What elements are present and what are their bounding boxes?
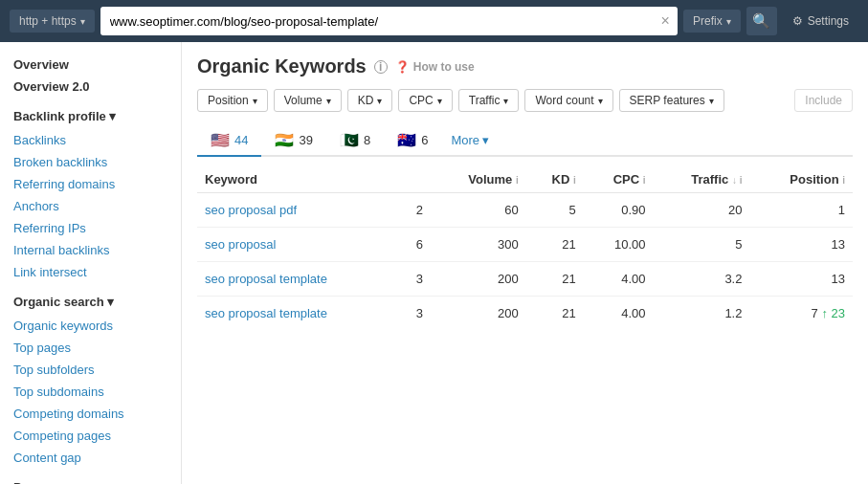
traffic-cell: 20 <box>654 193 750 228</box>
kd-cell: 5 <box>526 193 584 228</box>
organic-section-header[interactable]: Organic search ▾ <box>0 289 181 315</box>
sidebar-item-competing-pages[interactable]: Competing pages <box>0 425 181 447</box>
more-chevron-icon: ▾ <box>482 133 489 147</box>
url-input[interactable] <box>100 7 678 35</box>
wordcount-chevron-icon: ▾ <box>598 96 603 106</box>
filter-volume[interactable]: Volume ▾ <box>274 89 342 112</box>
filter-traffic[interactable]: Traffic ▾ <box>458 89 520 112</box>
sidebar-item-anchors[interactable]: Anchors <box>0 195 181 217</box>
cpc-cell: 10.00 <box>584 228 654 262</box>
backlink-section-header[interactable]: Backlink profile ▾ <box>0 103 181 129</box>
filter-word-count[interactable]: Word count ▾ <box>524 89 612 112</box>
flag-tab-pk[interactable]: 🇵🇰 8 <box>326 125 384 157</box>
sidebar: Overview Overview 2.0 Backlink profile ▾… <box>0 42 182 484</box>
settings-gear-icon: ⚙ <box>792 14 803 28</box>
num-cell: 3 <box>398 262 431 297</box>
num-cell: 2 <box>398 193 431 228</box>
keyword-cell[interactable]: seo proposal pdf <box>197 193 398 228</box>
keyword-cell[interactable]: seo proposal template <box>197 297 398 331</box>
col-num <box>398 166 431 193</box>
col-traffic: Traffic ↓ i <box>654 166 750 193</box>
flag-tab-us[interactable]: 🇺🇸 44 <box>197 125 261 157</box>
us-count: 44 <box>234 133 248 147</box>
main-layout: Overview Overview 2.0 Backlink profile ▾… <box>0 42 868 484</box>
sidebar-item-top-pages[interactable]: Top pages <box>0 337 181 359</box>
cpc-cell: 4.00 <box>584 262 654 297</box>
sidebar-item-competing-domains[interactable]: Competing domains <box>0 403 181 425</box>
filter-serp-features[interactable]: SERP features ▾ <box>619 89 724 112</box>
col-volume: Volume i <box>431 166 526 193</box>
sidebar-item-referring-ips[interactable]: Referring IPs <box>0 217 181 239</box>
cpc-cell: 0.90 <box>584 193 654 228</box>
keywords-table: Keyword Volume i KD i CPC i Traffic ↓ i … <box>197 166 853 330</box>
col-cpc: CPC i <box>584 166 654 193</box>
col-keyword: Keyword <box>197 166 398 193</box>
top-bar: http + https × Prefix 🔍 ⚙ Settings <box>0 0 868 42</box>
position-cell: 7 ↑ 23 <box>749 297 853 331</box>
question-icon: ❓ <box>395 60 410 74</box>
filter-kd[interactable]: KD ▾ <box>347 89 393 112</box>
traffic-chevron-icon: ▾ <box>503 96 508 106</box>
prefix-chevron-icon <box>726 14 731 28</box>
filter-cpc[interactable]: CPC ▾ <box>398 89 452 112</box>
sidebar-item-referring-domains[interactable]: Referring domains <box>0 173 181 195</box>
au-count: 6 <box>421 133 428 147</box>
au-flag-icon: 🇦🇺 <box>397 131 416 149</box>
position-cell: 13 <box>749 228 853 262</box>
pk-flag-icon: 🇵🇰 <box>340 131 359 149</box>
flag-tab-in[interactable]: 🇮🇳 39 <box>261 125 325 157</box>
url-wrapper: × <box>100 7 678 35</box>
protocol-label: http + https <box>19 14 77 28</box>
us-flag-icon: 🇺🇸 <box>211 131 230 149</box>
pages-section-header[interactable]: Pages ▾ <box>0 474 181 484</box>
sidebar-item-overview[interactable]: Overview <box>0 54 181 76</box>
table-row: seo proposal template 3 200 21 4.00 1.2 … <box>197 297 853 331</box>
flag-tab-au[interactable]: 🇦🇺 6 <box>384 125 441 157</box>
cpc-cell: 4.00 <box>584 297 654 331</box>
keyword-cell[interactable]: seo proposal template <box>197 262 398 297</box>
volume-cell: 300 <box>431 228 526 262</box>
serp-chevron-icon: ▾ <box>709 96 714 106</box>
position-cell: 1 <box>749 193 853 228</box>
sidebar-item-top-subdomains[interactable]: Top subdomains <box>0 381 181 403</box>
in-count: 39 <box>299 133 312 147</box>
keyword-cell[interactable]: seo proposal <box>197 228 398 262</box>
prefix-button[interactable]: Prefix <box>683 10 741 33</box>
search-button[interactable]: 🔍 <box>746 7 777 35</box>
include-button[interactable]: Include <box>794 89 853 112</box>
how-to-use-link[interactable]: ❓ How to use <box>395 60 475 74</box>
flag-tabs: 🇺🇸 44 🇮🇳 39 🇵🇰 8 🇦🇺 6 More ▾ <box>197 125 853 157</box>
filter-position[interactable]: Position ▾ <box>197 89 268 112</box>
sidebar-item-backlinks[interactable]: Backlinks <box>0 129 181 151</box>
table-row: seo proposal 6 300 21 10.00 5 13 <box>197 228 853 262</box>
volume-cell: 200 <box>431 262 526 297</box>
sidebar-item-link-intersect[interactable]: Link intersect <box>0 261 181 283</box>
sidebar-item-overview2[interactable]: Overview 2.0 <box>0 76 181 98</box>
volume-chevron-icon: ▾ <box>326 96 331 106</box>
pk-count: 8 <box>364 133 370 147</box>
kd-cell: 21 <box>526 228 584 262</box>
traffic-cell: 3.2 <box>654 262 750 297</box>
sidebar-item-top-subfolders[interactable]: Top subfolders <box>0 359 181 381</box>
page-title-area: Organic Keywords i ❓ How to use <box>197 55 853 77</box>
sidebar-item-internal-backlinks[interactable]: Internal backlinks <box>0 239 181 261</box>
in-flag-icon: 🇮🇳 <box>275 131 294 149</box>
table-header-row: Keyword Volume i KD i CPC i Traffic ↓ i … <box>197 166 853 193</box>
col-kd: KD i <box>526 166 584 193</box>
title-info-icon[interactable]: i <box>374 60 388 74</box>
kd-cell: 21 <box>526 297 584 331</box>
clear-button[interactable]: × <box>661 13 670 29</box>
position-cell: 13 <box>749 262 853 297</box>
volume-cell: 200 <box>431 297 526 331</box>
kd-chevron-icon: ▾ <box>377 96 382 106</box>
sidebar-item-organic-keywords[interactable]: Organic keywords <box>0 315 181 337</box>
protocol-button[interactable]: http + https <box>10 10 95 33</box>
settings-button[interactable]: ⚙ Settings <box>783 10 858 33</box>
sidebar-item-broken-backlinks[interactable]: Broken backlinks <box>0 151 181 173</box>
table-row: seo proposal pdf 2 60 5 0.90 20 1 <box>197 193 853 228</box>
more-button[interactable]: More ▾ <box>441 127 499 153</box>
volume-cell: 60 <box>431 193 526 228</box>
sidebar-item-content-gap[interactable]: Content gap <box>0 447 181 469</box>
content-area: Organic Keywords i ❓ How to use Position… <box>182 42 868 484</box>
kd-cell: 21 <box>526 262 584 297</box>
